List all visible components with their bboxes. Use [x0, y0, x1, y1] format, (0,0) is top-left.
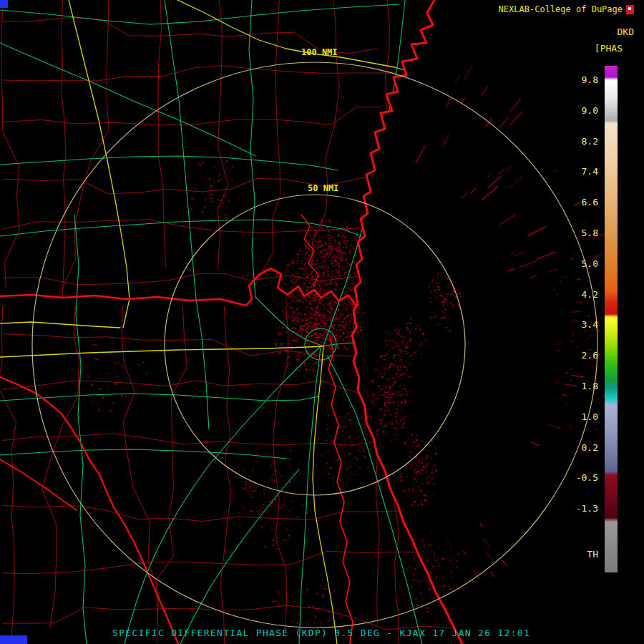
radar-map [0, 0, 644, 644]
colorbar-tick: 9.0 [582, 105, 598, 116]
county-boundaries [0, 0, 466, 644]
page-title: NEXLAB-College of DuPage [499, 4, 623, 14]
echo-layer [71, 65, 623, 635]
colorbar-tick: 3.4 [582, 319, 598, 330]
colorbar-tick: 8.2 [582, 136, 598, 147]
colorbar-tick: 2.6 [582, 350, 598, 361]
colorbar-tick: -0.5 [576, 472, 598, 483]
threshold-label: TH [587, 549, 598, 560]
product-caption: SPECIFIC DIFFERENTIAL PHASE (KDP) 0.5 DE… [112, 628, 530, 638]
colorbar-tick: 4.2 [582, 289, 598, 300]
colorbar-tick: 5.0 [582, 258, 598, 269]
colorbar-tick: 5.8 [582, 228, 598, 238]
corner-marker-top-left [0, 0, 8, 8]
border-layer [0, 0, 462, 644]
colorbar-tick: 1.8 [582, 381, 598, 391]
corner-marker-bottom-left [0, 635, 27, 644]
colorbar-tick: 6.6 [582, 197, 598, 208]
cod-logo-icon [626, 5, 634, 14]
colorbar-tick: 7.4 [582, 166, 598, 177]
colorbar-tick: 1.0 [582, 411, 598, 422]
colorbar-tick: -1.3 [576, 503, 598, 514]
range-rings [32, 62, 597, 628]
colorbar [605, 66, 618, 572]
range-ring-label: 50 NMI [308, 183, 338, 193]
product-code: DKD [618, 26, 634, 37]
colorbar-tick: 9.8 [582, 74, 598, 85]
header: NEXLAB-College of DuPage [499, 4, 634, 14]
radar-screen: NEXLAB-College of DuPage DKD [PHAS 9.89.… [0, 0, 644, 644]
range-ring-label: 100 NMI [301, 47, 338, 57]
colorbar-tick: 0.2 [582, 442, 598, 453]
units-label: [PHAS [595, 43, 623, 54]
